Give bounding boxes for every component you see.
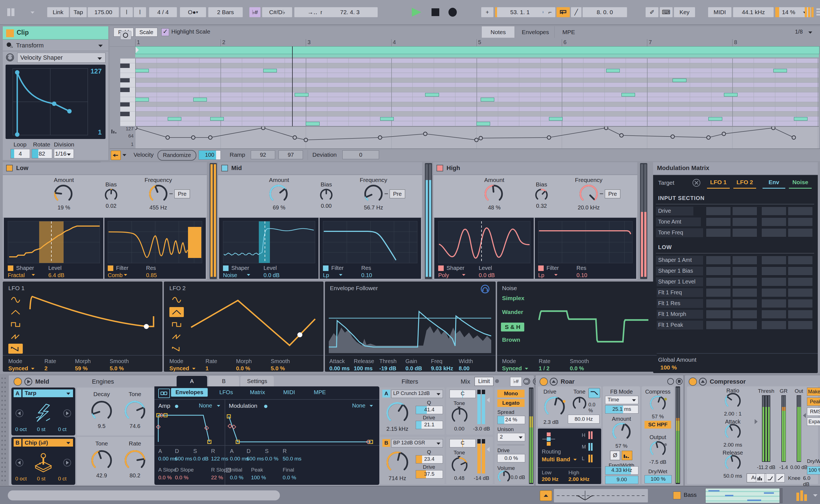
matrix-col-env[interactable]: Env xyxy=(761,179,786,186)
mix-level-value[interactable]: -3.0 dB xyxy=(472,426,491,432)
midi-note[interactable] xyxy=(773,69,787,72)
wave-saw-icon[interactable] xyxy=(169,331,184,341)
filter-freq-knob[interactable] xyxy=(385,401,410,426)
shaper-activator[interactable] xyxy=(438,265,444,271)
engine-oct[interactable]: 0 oct xyxy=(15,476,27,482)
amp-adsr-value[interactable]: 0.0 dB xyxy=(193,456,209,462)
matrix-cell[interactable] xyxy=(788,299,813,308)
key-map-button[interactable]: Key xyxy=(674,7,695,17)
filter-graph[interactable] xyxy=(108,221,202,263)
wave-tri-icon[interactable] xyxy=(169,307,184,317)
global-amount-value[interactable]: 100 % xyxy=(660,364,677,371)
shaper-activator[interactable] xyxy=(223,265,229,271)
rotate-field[interactable]: 82 xyxy=(32,149,52,158)
band-activator[interactable] xyxy=(221,165,228,171)
pre-button[interactable]: Pre xyxy=(174,189,190,198)
matrix-cell[interactable] xyxy=(706,267,731,275)
midi-map-button[interactable]: MIDI xyxy=(708,7,731,17)
new-midi-button[interactable]: + xyxy=(481,7,493,17)
curve-icon-button[interactable] xyxy=(776,473,785,482)
clip-loop-bar-2[interactable] xyxy=(135,54,819,57)
matrix-cell[interactable] xyxy=(706,321,731,330)
res-value[interactable]: 0.10 xyxy=(576,272,587,278)
device-activator[interactable] xyxy=(14,378,22,386)
meld-subtab-envelopes[interactable]: Envelopes xyxy=(171,388,208,397)
band-activator[interactable] xyxy=(6,165,13,171)
mod-adsr-value[interactable]: 50.0 ms xyxy=(283,456,302,462)
tempo-field[interactable]: 175.00 xyxy=(88,7,119,17)
meter-bars-icon[interactable] xyxy=(796,490,809,501)
play-button[interactable] xyxy=(409,7,423,17)
record-button[interactable] xyxy=(446,7,459,17)
division-field[interactable]: 1/16 xyxy=(54,149,74,158)
matrix-cell[interactable] xyxy=(706,288,731,297)
matrix-cell[interactable] xyxy=(732,256,757,265)
filter-freq-knob[interactable] xyxy=(385,450,410,475)
shaper-type-select[interactable]: Poly xyxy=(438,272,449,278)
black-key[interactable] xyxy=(120,112,130,116)
envelope-link-button[interactable] xyxy=(158,389,170,398)
matrix-cell[interactable] xyxy=(706,228,731,237)
shaper-type-select[interactable]: Noise xyxy=(223,272,237,278)
white-key[interactable] xyxy=(120,73,135,78)
matrix-cell[interactable] xyxy=(732,277,757,286)
engine-st[interactable]: 0 st xyxy=(37,476,46,482)
midi-note[interactable] xyxy=(263,69,277,72)
filter-type-select[interactable]: Lp xyxy=(323,272,329,278)
transfer-icon-button[interactable] xyxy=(766,473,775,482)
black-key[interactable] xyxy=(120,78,130,82)
matrix-cell[interactable] xyxy=(706,310,731,319)
matrix-cell[interactable] xyxy=(706,256,731,265)
loop-button[interactable] xyxy=(556,7,570,17)
meld-subtab-lfos[interactable]: LFOs xyxy=(218,388,234,397)
res-value[interactable]: 0.10 xyxy=(361,272,372,278)
randomize-amount-field[interactable]: 100 xyxy=(198,150,221,160)
device-activator[interactable] xyxy=(539,378,548,386)
side-button-peak[interactable]: Peak xyxy=(807,397,820,406)
matrix-col-noise[interactable]: Noise xyxy=(788,179,813,186)
rate-knob[interactable] xyxy=(123,449,147,472)
filter-activator[interactable] xyxy=(108,265,113,271)
mod-extra-value[interactable]: 100 % xyxy=(251,475,266,481)
deviation-field[interactable]: 0 xyxy=(342,150,379,159)
bar-ruler[interactable]: 12345678 xyxy=(110,38,820,47)
midi-note[interactable] xyxy=(549,117,562,121)
white-key[interactable] xyxy=(120,97,135,102)
reset-icon[interactable] xyxy=(6,53,14,62)
band-header[interactable]: High xyxy=(433,162,637,175)
matrix-cell[interactable] xyxy=(788,228,813,237)
pan-field[interactable]: C xyxy=(450,439,476,447)
engine-select[interactable]: Chip (♭#) xyxy=(22,439,73,447)
matrix-cell[interactable] xyxy=(761,299,786,308)
band-activator[interactable] xyxy=(436,165,443,171)
drywet-field[interactable]: 100 % xyxy=(645,475,672,483)
nudge-up-button[interactable]: 𝄀𝄀𝄀 xyxy=(134,7,146,17)
clip-loop-bar[interactable] xyxy=(135,46,819,54)
engine-ct[interactable]: 0 ct xyxy=(58,426,67,432)
scale-aware-button[interactable]: ♭# xyxy=(510,377,522,386)
mod-adsr-value[interactable]: 0.00 ms xyxy=(230,456,249,462)
meld-tab-b[interactable]: B xyxy=(209,376,239,386)
white-key[interactable] xyxy=(120,92,135,97)
punch-in-button[interactable]: ⌐ xyxy=(545,7,555,17)
midi-note[interactable] xyxy=(168,117,181,121)
matrix-cell[interactable] xyxy=(732,310,757,319)
arrangement-position-field[interactable]: 72. 4. 3 xyxy=(322,7,378,17)
pre-button[interactable]: Pre xyxy=(390,189,405,198)
matrix-cell[interactable] xyxy=(732,207,757,216)
device-fold-icon[interactable] xyxy=(699,378,707,386)
shaper-activator[interactable] xyxy=(8,265,13,271)
ramp-from-field[interactable]: 92 xyxy=(251,150,275,159)
matrix-cell[interactable] xyxy=(706,277,731,286)
freq-mode-button[interactable] xyxy=(622,451,632,460)
roar-tone-knob[interactable] xyxy=(571,395,588,412)
loop-length-field[interactable]: 8. 0. 0 xyxy=(582,7,627,17)
fb-mode-select[interactable]: Time xyxy=(605,396,639,404)
tap-button[interactable]: Tap xyxy=(70,7,87,17)
res-value[interactable]: 0.85 xyxy=(146,272,157,278)
midi-note[interactable] xyxy=(794,117,808,121)
amount-knob[interactable] xyxy=(52,183,74,205)
window-icon[interactable] xyxy=(7,8,10,16)
activity-icon-button[interactable] xyxy=(756,473,765,482)
scale-highlight-button[interactable]: ♭# xyxy=(249,7,261,17)
